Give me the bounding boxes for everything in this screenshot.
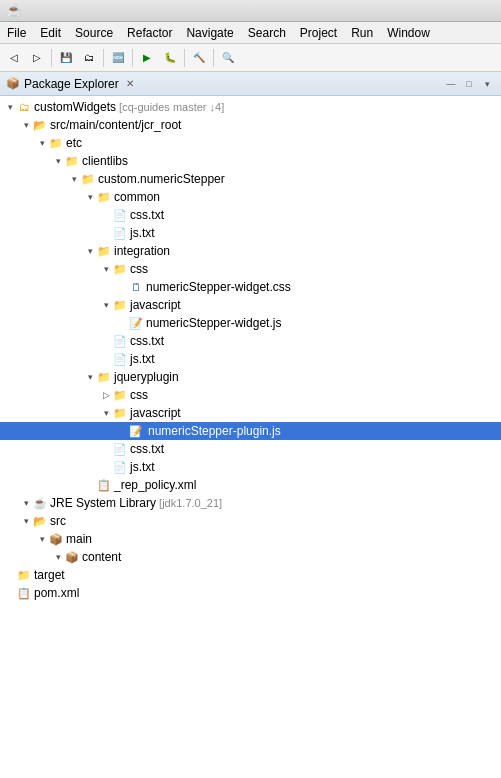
tree-item-icon: 📋 xyxy=(96,477,112,493)
toolbar-sep-3 xyxy=(132,49,133,67)
toolbar-search-btn[interactable]: 🔍 xyxy=(217,47,239,69)
tree-item-icon: 📦 xyxy=(64,549,80,565)
tree-item-label: css.txt xyxy=(130,208,164,222)
tree-item[interactable]: ▾🗂customWidgets [cq-guides master ↓4] xyxy=(0,98,501,116)
tree-item-label: js.txt xyxy=(130,226,155,240)
tree-item[interactable]: ▾📁integration xyxy=(0,242,501,260)
toolbar-sep-4 xyxy=(184,49,185,67)
toolbar-debug-btn[interactable]: 🐛 xyxy=(159,47,181,69)
menu-item-source[interactable]: Source xyxy=(68,22,120,43)
panel-dropdown-btn[interactable]: ▾ xyxy=(479,76,495,92)
tree-item[interactable]: ▾📁javascript xyxy=(0,296,501,314)
menu-item-edit[interactable]: Edit xyxy=(33,22,68,43)
tree-toggle[interactable]: ▾ xyxy=(68,173,80,185)
tree-toggle[interactable]: ▾ xyxy=(100,299,112,311)
tree-item-label: integration xyxy=(114,244,170,258)
tree-item[interactable]: ▷📄js.txt xyxy=(0,224,501,242)
tree-item[interactable]: ▷📁target xyxy=(0,566,501,584)
tree-item-icon: 📁 xyxy=(96,369,112,385)
tree-item-label: content xyxy=(82,550,121,564)
tree-item[interactable]: ▷📋_rep_policy.xml xyxy=(0,476,501,494)
toolbar-save-btn[interactable]: 💾 xyxy=(55,47,77,69)
tree-item-label: js.txt xyxy=(130,460,155,474)
tree-toggle[interactable]: ▾ xyxy=(4,101,16,113)
tree-toggle[interactable]: ▾ xyxy=(36,533,48,545)
tree-item[interactable]: ▾📁etc xyxy=(0,134,501,152)
tree-item-icon: 🗒 xyxy=(128,279,144,295)
tree-item[interactable]: ▾📂src xyxy=(0,512,501,530)
tree-item[interactable]: ▷📝numericStepper-widget.js xyxy=(0,314,501,332)
tree-item-label: numericStepper-widget.js xyxy=(146,316,281,330)
tree-item[interactable]: ▷📄css.txt xyxy=(0,332,501,350)
tree-item-icon: 📄 xyxy=(112,351,128,367)
tree-item[interactable]: ▾📁css xyxy=(0,260,501,278)
tree-item[interactable]: ▷📄css.txt xyxy=(0,206,501,224)
tree-item-icon: 📂 xyxy=(32,513,48,529)
tree-toggle[interactable]: ▾ xyxy=(36,137,48,149)
tree-item[interactable]: ▷📄css.txt xyxy=(0,440,501,458)
tree-item[interactable]: ▾☕JRE System Library [jdk1.7.0_21] xyxy=(0,494,501,512)
tree-item-icon: 📄 xyxy=(112,225,128,241)
menu-item-refactor[interactable]: Refactor xyxy=(120,22,179,43)
menu-item-navigate[interactable]: Navigate xyxy=(179,22,240,43)
tree-item-extra: [cq-guides master ↓4] xyxy=(116,101,224,113)
tree-toggle[interactable]: ▾ xyxy=(84,191,96,203)
panel-title: Package Explorer xyxy=(24,77,119,91)
menu-item-project[interactable]: Project xyxy=(293,22,344,43)
tree-item[interactable]: ▷📄js.txt xyxy=(0,458,501,476)
tree-item[interactable]: ▾📦content xyxy=(0,548,501,566)
tree-item-icon: 📋 xyxy=(16,585,32,601)
tree-item[interactable]: ▷📄js.txt xyxy=(0,350,501,368)
toolbar-new-btn[interactable]: 🆕 xyxy=(107,47,129,69)
tree-item[interactable]: ▷📝numericStepper-plugin.js xyxy=(0,422,501,440)
tree-item-icon: 📄 xyxy=(112,441,128,457)
menu-item-search[interactable]: Search xyxy=(241,22,293,43)
tree-toggle[interactable]: ▾ xyxy=(84,371,96,383)
tree-item[interactable]: ▾📁jqueryplugin xyxy=(0,368,501,386)
tree-item-label: css.txt xyxy=(130,334,164,348)
tree-item[interactable]: ▷📋pom.xml xyxy=(0,584,501,602)
tree-item-icon: 📁 xyxy=(64,153,80,169)
tree-toggle[interactable]: ▾ xyxy=(100,263,112,275)
tree-toggle[interactable]: ▾ xyxy=(20,119,32,131)
tree-item-label: common xyxy=(114,190,160,204)
tree-item[interactable]: ▾📁clientlibs xyxy=(0,152,501,170)
tree-item[interactable]: ▷🗒numericStepper-widget.css xyxy=(0,278,501,296)
tree-item[interactable]: ▾📦main xyxy=(0,530,501,548)
tree-toggle[interactable]: ▾ xyxy=(100,407,112,419)
panel-icon: 📦 xyxy=(6,77,20,90)
tree-toggle[interactable]: ▾ xyxy=(52,155,64,167)
panel-minimize-btn[interactable]: — xyxy=(443,76,459,92)
tree-item-icon: 📄 xyxy=(112,459,128,475)
tree-item[interactable]: ▾📁javascript xyxy=(0,404,501,422)
tree-item[interactable]: ▾📁custom.numericStepper xyxy=(0,170,501,188)
tree-item-icon: 📁 xyxy=(96,243,112,259)
tree-item-label: pom.xml xyxy=(34,586,79,600)
tree-toggle[interactable]: ▾ xyxy=(20,515,32,527)
menu-item-run[interactable]: Run xyxy=(344,22,380,43)
tree-item-icon: 📁 xyxy=(16,567,32,583)
toolbar-fwd-btn[interactable]: ▷ xyxy=(26,47,48,69)
menu-item-file[interactable]: File xyxy=(0,22,33,43)
tree-toggle[interactable]: ▾ xyxy=(84,245,96,257)
toolbar-save-all-btn[interactable]: 🗂 xyxy=(78,47,100,69)
tree-item-icon: 📁 xyxy=(112,387,128,403)
tree-item-icon: 📁 xyxy=(112,297,128,313)
panel-maximize-btn[interactable]: □ xyxy=(461,76,477,92)
panel-close-btn[interactable]: ✕ xyxy=(123,77,137,90)
tree-item-label: JRE System Library [jdk1.7.0_21] xyxy=(50,496,222,510)
tree-toggle[interactable]: ▾ xyxy=(20,497,32,509)
tree-item[interactable]: ▾📂src/main/content/jcr_root xyxy=(0,116,501,134)
tree-item[interactable]: ▷📁css xyxy=(0,386,501,404)
tree-item-icon: 📁 xyxy=(96,189,112,205)
tree-item-label: css.txt xyxy=(130,442,164,456)
toolbar-sep-1 xyxy=(51,49,52,67)
menu-item-window[interactable]: Window xyxy=(380,22,437,43)
tree-item-label: jqueryplugin xyxy=(114,370,179,384)
toolbar-run-btn[interactable]: ▶ xyxy=(136,47,158,69)
toolbar-back-btn[interactable]: ◁ xyxy=(3,47,25,69)
tree-toggle[interactable]: ▾ xyxy=(52,551,64,563)
tree-item[interactable]: ▾📁common xyxy=(0,188,501,206)
tree-toggle[interactable]: ▷ xyxy=(100,389,112,401)
toolbar-build-btn[interactable]: 🔨 xyxy=(188,47,210,69)
